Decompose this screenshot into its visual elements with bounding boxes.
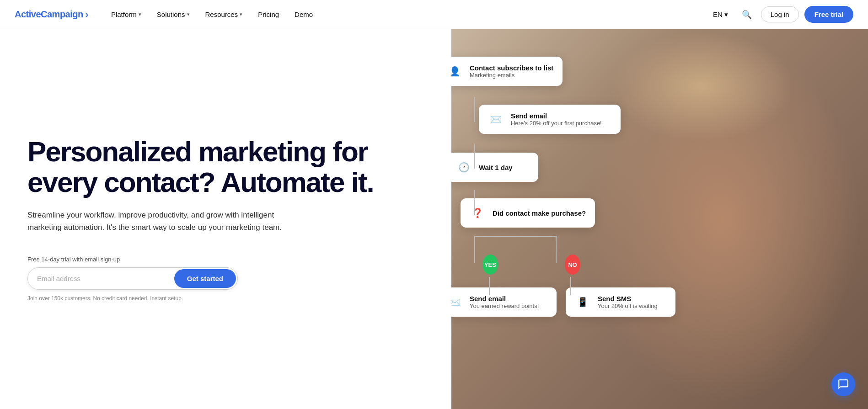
chat-icon — [837, 378, 849, 390]
nav-label-demo: Demo — [295, 11, 313, 18]
nav-label-platform: Platform — [111, 11, 137, 18]
chevron-down-icon: ▾ — [240, 11, 242, 17]
logo[interactable]: ActiveCampaign › — [15, 9, 88, 20]
nav-label-resources: Resources — [205, 11, 238, 18]
woman-image — [451, 29, 868, 409]
nav-label-pricing: Pricing — [258, 11, 279, 18]
nav-item-resources[interactable]: Resources ▾ — [199, 7, 249, 22]
nav-label-solutions: Solutions — [157, 11, 185, 18]
hero-section: Personalized marketing for every contact… — [0, 29, 868, 409]
lang-label: EN — [713, 11, 723, 18]
free-trial-button[interactable]: Free trial — [804, 6, 853, 23]
nav-item-solutions[interactable]: Solutions ▾ — [150, 7, 196, 22]
chat-bubble[interactable] — [831, 372, 855, 396]
email-input[interactable] — [28, 268, 173, 289]
language-selector[interactable]: EN ▾ — [708, 8, 733, 21]
nav-item-platform[interactable]: Platform ▾ — [105, 7, 148, 22]
cta-section: Free 14-day trial with email sign-up Get… — [27, 256, 424, 302]
hero-right: 👤 Contact subscribes to list Marketing e… — [451, 29, 868, 409]
cta-note: Join over 150k customers. No credit card… — [27, 295, 424, 302]
navbar-left: ActiveCampaign › Platform ▾ Solutions ▾ … — [15, 7, 319, 22]
hero-left: Personalized marketing for every contact… — [0, 29, 451, 409]
get-started-button[interactable]: Get started — [174, 269, 236, 288]
search-icon[interactable]: 🔍 — [738, 7, 755, 22]
login-button[interactable]: Log in — [761, 6, 799, 22]
nav-links: Platform ▾ Solutions ▾ Resources ▾ Prici… — [105, 7, 319, 22]
nav-item-demo[interactable]: Demo — [288, 7, 319, 22]
navbar: ActiveCampaign › Platform ▾ Solutions ▾ … — [0, 0, 868, 29]
cta-form: Get started — [27, 267, 238, 290]
hero-subheading: Streamline your workflow, improve produc… — [27, 209, 284, 234]
chevron-down-icon: ▾ — [724, 11, 728, 19]
chevron-down-icon: ▾ — [139, 11, 141, 17]
hero-heading: Personalized marketing for every contact… — [27, 137, 424, 198]
nav-item-pricing[interactable]: Pricing — [252, 7, 285, 22]
cta-label: Free 14-day trial with email sign-up — [27, 256, 424, 263]
navbar-right: EN ▾ 🔍 Log in Free trial — [708, 6, 853, 23]
chevron-down-icon: ▾ — [187, 11, 190, 17]
